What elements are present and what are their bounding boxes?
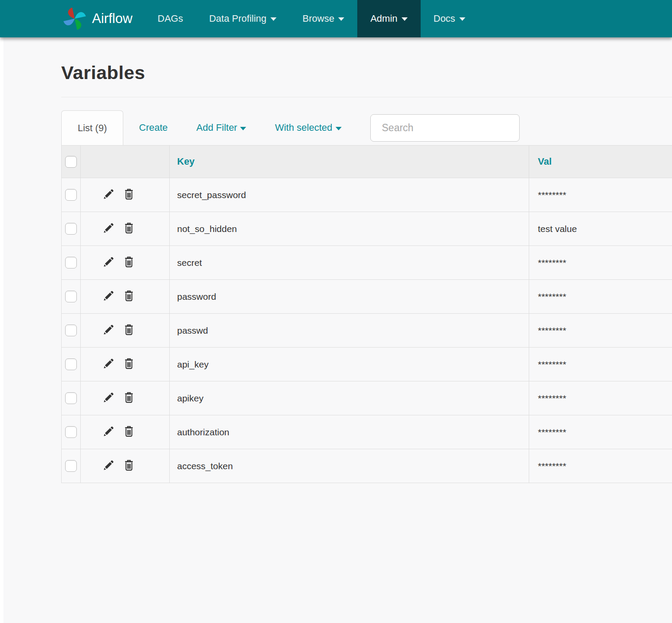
pencil-icon [102, 256, 115, 268]
table-row: authorization ******** [62, 415, 672, 449]
search-input[interactable] [370, 114, 520, 142]
nav-item-browse[interactable]: Browse [290, 0, 357, 37]
nav-item-label: Docs [434, 13, 455, 24]
variable-val: test value [529, 212, 672, 246]
row-checkbox[interactable] [65, 325, 77, 336]
delete-button[interactable] [123, 188, 135, 200]
edit-button[interactable] [102, 256, 115, 268]
top-navbar: Airflow DAGs Data Profiling Browse Admin… [0, 0, 672, 37]
variable-val: ******** [529, 178, 672, 212]
table-row: api_key ******** [62, 348, 672, 381]
with-selected-dropdown[interactable]: With selected [275, 122, 341, 133]
airflow-brand-link[interactable]: Airflow [63, 0, 132, 37]
nav-item-data-profiling[interactable]: Data Profiling [196, 0, 290, 37]
delete-button[interactable] [123, 425, 135, 437]
pencil-icon [102, 425, 115, 437]
trash-icon [123, 459, 135, 471]
delete-button[interactable] [123, 256, 135, 268]
pencil-icon [102, 358, 115, 370]
chevron-down-icon [338, 17, 344, 21]
row-checkbox[interactable] [65, 392, 77, 404]
nav-item-label: Browse [303, 13, 334, 24]
row-checkbox[interactable] [65, 257, 77, 268]
edit-button[interactable] [102, 290, 115, 302]
variable-val: ******** [529, 314, 672, 348]
trash-icon [123, 391, 135, 404]
variable-key: access_token [170, 449, 529, 483]
table-row: access_token ******** [62, 449, 672, 483]
nav-item-docs[interactable]: Docs [421, 0, 478, 37]
key-column-header: Key [170, 146, 529, 178]
pencil-icon [102, 222, 115, 234]
pencil-icon [102, 290, 115, 302]
variable-val: ******** [529, 449, 672, 483]
sort-by-key-link[interactable]: Key [177, 156, 194, 167]
variable-key: not_so_hidden [170, 212, 529, 246]
create-link[interactable]: Create [139, 122, 168, 133]
brand-label: Airflow [92, 11, 132, 27]
table-header-row: Key Val [62, 146, 672, 178]
chevron-down-icon [336, 127, 342, 130]
actions-header-cell [81, 146, 170, 178]
chevron-down-icon [270, 17, 277, 21]
delete-button[interactable] [123, 222, 135, 234]
variable-val: ******** [529, 381, 672, 415]
table-row: apikey ******** [62, 381, 672, 415]
nav-item-dags[interactable]: DAGs [145, 0, 196, 37]
page-title: Variables [61, 37, 672, 83]
chevron-down-icon [459, 17, 465, 21]
edit-button[interactable] [102, 324, 115, 336]
row-checkbox[interactable] [65, 189, 77, 201]
title-divider [61, 97, 672, 97]
delete-button[interactable] [123, 391, 135, 404]
trash-icon [123, 324, 135, 336]
row-checkbox[interactable] [65, 358, 77, 370]
nav-item-label: DAGs [158, 13, 183, 24]
row-checkbox[interactable] [65, 460, 77, 472]
tab-list-label: List (9) [78, 123, 107, 134]
sort-by-val-link[interactable]: Val [538, 156, 552, 167]
edit-button[interactable] [102, 425, 115, 437]
variable-val: ******** [529, 348, 672, 381]
table-row: secret ******** [62, 246, 672, 280]
add-filter-dropdown[interactable]: Add Filter [196, 122, 246, 133]
variable-val: ******** [529, 246, 672, 280]
edit-button[interactable] [102, 391, 115, 404]
select-all-checkbox[interactable] [65, 156, 77, 168]
nav-item-label: Data Profiling [209, 13, 267, 24]
nav-item-admin[interactable]: Admin [357, 0, 420, 37]
add-filter-label: Add Filter [196, 122, 237, 133]
nav-item-label: Admin [370, 13, 397, 24]
table-row: password ******** [62, 280, 672, 314]
variable-key: secret_password [170, 178, 529, 212]
row-checkbox[interactable] [65, 426, 77, 438]
row-checkbox[interactable] [65, 223, 77, 235]
list-toolbar: List (9) Create Add Filter With selected [61, 110, 672, 145]
delete-button[interactable] [123, 358, 135, 370]
variable-key: api_key [170, 348, 529, 381]
variable-val: ******** [529, 415, 672, 449]
edit-button[interactable] [102, 459, 115, 471]
trash-icon [123, 358, 135, 370]
delete-button[interactable] [123, 290, 135, 302]
edit-button[interactable] [102, 358, 115, 370]
delete-button[interactable] [123, 459, 135, 471]
pencil-icon [102, 459, 115, 471]
val-column-header: Val [529, 146, 672, 178]
variable-key: password [170, 280, 529, 314]
edit-button[interactable] [102, 188, 115, 200]
row-checkbox[interactable] [65, 291, 77, 302]
tab-list[interactable]: List (9) [61, 110, 123, 145]
chevron-down-icon [402, 17, 408, 21]
chevron-down-icon [240, 127, 246, 130]
edit-button[interactable] [102, 222, 115, 234]
variable-key: authorization [170, 415, 529, 449]
page-body: Variables List (9) Create Add Filter Wit… [3, 37, 672, 623]
pencil-icon [102, 324, 115, 336]
trash-icon [123, 290, 135, 302]
table-row: passwd ******** [62, 314, 672, 348]
delete-button[interactable] [123, 324, 135, 336]
pencil-icon [102, 188, 115, 200]
table-row: not_so_hidden test value [62, 212, 672, 246]
trash-icon [123, 188, 135, 200]
